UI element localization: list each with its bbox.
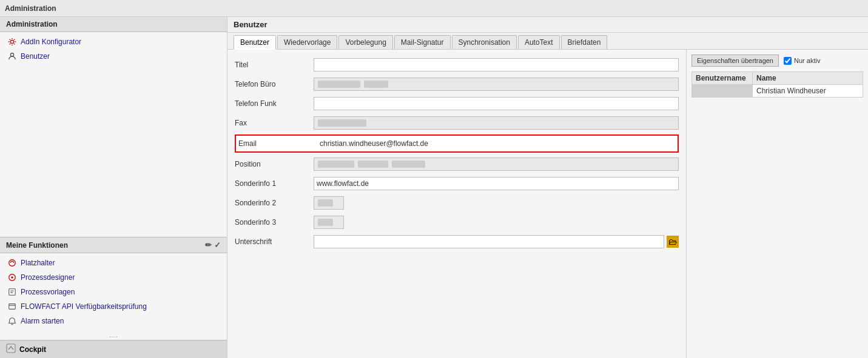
flowfact-api-label: FLOWFACT API Verfügbarkeitsprüfung xyxy=(21,302,147,311)
email-row: Email xyxy=(235,134,679,153)
sidebar-item-addin-konfigurator[interactable]: AddIn Konfigurator xyxy=(0,35,227,49)
unterschrift-row: Unterschrift 🗁 xyxy=(235,234,679,250)
tab-mail-signatur[interactable]: Mail-Signatur xyxy=(394,35,451,49)
telefon-buero-input[interactable] xyxy=(314,78,679,91)
user-icon xyxy=(7,51,17,61)
sidebar-dotted-separator: ..... xyxy=(0,331,227,340)
telefon-funk-label: Telefon Funk xyxy=(235,99,314,108)
telefon-buero-label: Telefon Büro xyxy=(235,80,314,88)
sidebar-spacer xyxy=(0,66,227,237)
sidebar-item-alarm-starten[interactable]: Alarm starten xyxy=(0,314,227,328)
api-icon xyxy=(7,302,17,311)
unterschrift-wrapper: 🗁 xyxy=(314,235,679,248)
fax-input[interactable] xyxy=(314,116,679,130)
form-panel: Titel Telefon Büro Telefon Funk xyxy=(227,50,686,358)
telefon-buero-blur1 xyxy=(318,81,360,88)
form-area: Titel Telefon Büro Telefon Funk xyxy=(227,50,868,358)
titel-input[interactable] xyxy=(314,58,679,71)
meine-funktionen-header: Meine Funktionen ✏ ✓ xyxy=(0,237,227,253)
sonderinfo1-label: Sonderinfo 1 xyxy=(235,179,314,188)
tab-synchronisation[interactable]: Synchronisation xyxy=(452,35,517,49)
sonderinfo3-blur xyxy=(318,219,333,226)
sidebar-admin-header: Administration xyxy=(0,17,227,32)
sidebar: Administration AddIn Konfigurator xyxy=(0,17,227,358)
right-panel-header: Eigenschaften übertragen Nur aktiv xyxy=(691,55,863,67)
svg-rect-5 xyxy=(9,289,16,296)
tabs-bar: Benutzer Wiedervorlage Vorbelegung Mail-… xyxy=(227,33,868,50)
sonderinfo2-blur xyxy=(318,199,333,207)
fax-label: Fax xyxy=(235,119,314,127)
position-row: Position xyxy=(235,156,679,172)
folder-icon[interactable]: 🗁 xyxy=(667,236,679,248)
email-label: Email xyxy=(238,139,317,148)
sonderinfo2-label: Sonderinfo 2 xyxy=(235,199,314,207)
titel-label: Titel xyxy=(235,61,314,69)
prozessvorlagen-label: Prozessvorlagen xyxy=(21,288,75,296)
unterschrift-input[interactable] xyxy=(314,235,664,248)
svg-rect-6 xyxy=(9,304,16,310)
telefon-buero-blur2 xyxy=(364,81,388,88)
position-blur3 xyxy=(392,161,425,168)
sonderinfo1-row: Sonderinfo 1 xyxy=(235,176,679,191)
addin-konfigurator-label: AddIn Konfigurator xyxy=(21,38,81,46)
nur-aktiv-wrapper: Nur aktiv xyxy=(784,57,820,65)
sidebar-item-prozessdesigner[interactable]: Prozessdesigner xyxy=(0,270,227,285)
sonderinfo3-input[interactable] xyxy=(314,216,344,229)
eigenschaften-button[interactable]: Eigenschaften übertragen xyxy=(691,55,779,67)
sidebar-item-platzhalter[interactable]: Platzhalter xyxy=(0,256,227,270)
app-title: Administration xyxy=(5,4,56,13)
sonderinfo1-input[interactable] xyxy=(314,177,679,190)
fax-blur1 xyxy=(318,119,366,127)
titel-row: Titel xyxy=(235,57,679,73)
svg-point-2 xyxy=(9,260,16,267)
template-icon xyxy=(7,287,17,297)
sonderinfo3-label: Sonderinfo 3 xyxy=(235,218,314,227)
users-table: Benutzername Name Christian Windheuser xyxy=(691,71,863,98)
edit-icon[interactable]: ✏ xyxy=(205,240,212,250)
email-input[interactable] xyxy=(317,137,675,150)
tab-autotext[interactable]: AutoText xyxy=(518,35,560,49)
sidebar-admin-items: AddIn Konfigurator Benutzer xyxy=(0,32,227,66)
tab-briefdaten[interactable]: Briefdaten xyxy=(561,35,608,49)
alarm-icon xyxy=(7,316,17,326)
nur-aktiv-checkbox[interactable] xyxy=(784,57,792,65)
sidebar-item-benutzer[interactable]: Benutzer xyxy=(0,49,227,64)
meine-funktionen-items: Platzhalter Prozessdesigner xyxy=(0,253,227,331)
telefon-buero-row: Telefon Büro xyxy=(235,76,679,92)
sonderinfo2-input[interactable] xyxy=(314,196,344,210)
content-area: Benutzer Benutzer Wiedervorlage Vorbeleg… xyxy=(227,17,868,358)
sidebar-item-flowfact-api[interactable]: FLOWFACT API Verfügbarkeitsprüfung xyxy=(0,299,227,314)
svg-point-0 xyxy=(10,40,13,43)
tab-benutzer[interactable]: Benutzer xyxy=(234,35,276,50)
position-blur1 xyxy=(318,161,354,168)
cockpit-button[interactable]: Cockpit xyxy=(0,340,227,358)
svg-point-4 xyxy=(11,276,13,279)
meine-funktionen-icons: ✏ ✓ xyxy=(205,240,221,250)
col-benutzername: Benutzername xyxy=(692,72,753,85)
platzhalter-label: Platzhalter xyxy=(21,259,55,267)
svg-rect-7 xyxy=(7,344,15,353)
tab-wiedervorlage[interactable]: Wiedervorlage xyxy=(277,35,337,49)
benutzer-label: Benutzer xyxy=(21,52,50,61)
gear-cog-icon xyxy=(7,37,17,47)
svg-point-1 xyxy=(10,53,13,56)
telefon-funk-input[interactable] xyxy=(314,97,679,110)
prozessdesigner-label: Prozessdesigner xyxy=(21,273,75,282)
col-name: Name xyxy=(753,72,863,85)
placeholder-icon xyxy=(7,258,17,268)
table-row[interactable]: Christian Windheuser xyxy=(692,85,863,98)
sonderinfo3-row: Sonderinfo 3 xyxy=(235,214,679,230)
sidebar-item-prozessvorlagen[interactable]: Prozessvorlagen xyxy=(0,285,227,299)
telefon-funk-row: Telefon Funk xyxy=(235,96,679,111)
right-panel: Eigenschaften übertragen Nur aktiv Benut… xyxy=(686,50,868,358)
tab-vorbelegung[interactable]: Vorbelegung xyxy=(338,35,392,49)
username-cell xyxy=(692,85,753,98)
check-icon[interactable]: ✓ xyxy=(214,240,221,250)
nur-aktiv-label: Nur aktiv xyxy=(794,57,820,64)
position-input[interactable] xyxy=(314,157,679,171)
cockpit-icon xyxy=(6,343,16,355)
main-layout: Administration AddIn Konfigurator xyxy=(0,17,868,358)
unterschrift-label: Unterschrift xyxy=(235,237,314,246)
cockpit-label: Cockpit xyxy=(19,345,46,354)
process-icon xyxy=(7,273,17,282)
